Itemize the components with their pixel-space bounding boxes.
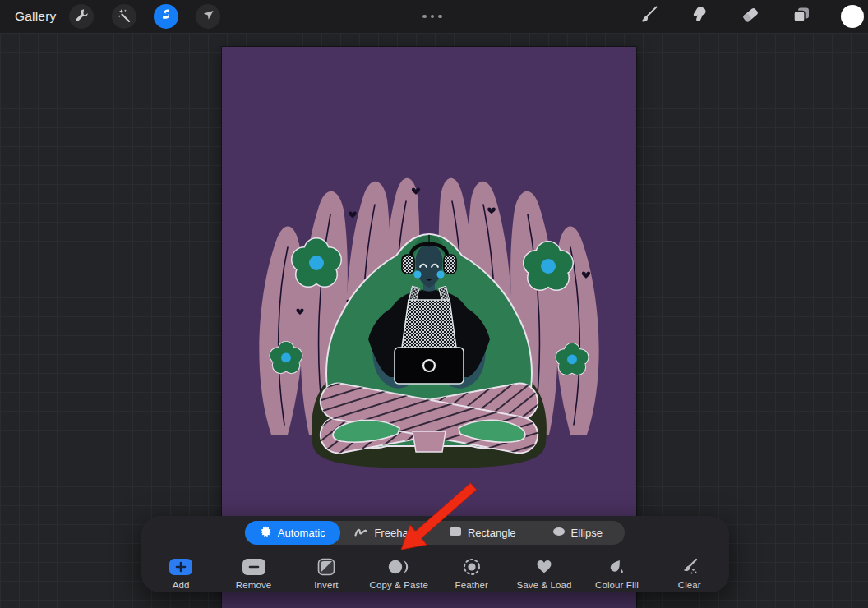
adjustments-button[interactable] bbox=[112, 4, 136, 29]
action-label: Invert bbox=[314, 580, 338, 590]
invert-square-icon bbox=[317, 557, 335, 576]
smudge-finger-icon bbox=[689, 4, 710, 29]
mode-freehand[interactable]: Freehand bbox=[340, 521, 436, 545]
transform-arrow-icon bbox=[201, 8, 215, 25]
mode-label: Ellipse bbox=[571, 527, 603, 539]
action-label: Feather bbox=[455, 580, 488, 590]
mode-label: Freehand bbox=[374, 527, 420, 539]
paint-brush-icon bbox=[638, 4, 659, 29]
action-save-load[interactable]: Save & Load bbox=[508, 552, 580, 590]
action-label: Clear bbox=[678, 580, 701, 590]
clear-brush-icon bbox=[679, 557, 700, 576]
erase-tool-button[interactable] bbox=[737, 3, 764, 30]
ellipse-icon bbox=[552, 527, 566, 539]
feather-dotted-circle-icon bbox=[462, 557, 482, 576]
selection-s-icon bbox=[159, 8, 173, 25]
selection-mode-segmented-control: Automatic Freehand Rectangle Ellipse bbox=[245, 521, 625, 545]
action-label: Copy & Paste bbox=[370, 580, 429, 590]
freehand-pen-icon bbox=[354, 526, 368, 540]
actions-wrench-icon bbox=[75, 8, 89, 25]
ellipsis-dots-icon bbox=[422, 15, 427, 19]
rectangle-icon bbox=[449, 527, 462, 539]
paint-tool-button[interactable] bbox=[635, 3, 662, 30]
selection-tool-button[interactable] bbox=[154, 4, 178, 29]
smudge-tool-button[interactable] bbox=[686, 3, 713, 30]
mode-ellipse[interactable]: Ellipse bbox=[530, 521, 626, 545]
copy-paste-moon-icon bbox=[386, 557, 411, 576]
layers-icon bbox=[791, 4, 812, 29]
action-clear[interactable]: Clear bbox=[653, 552, 726, 590]
color-swatch-circle bbox=[841, 5, 864, 28]
actions-button[interactable] bbox=[69, 4, 94, 29]
action-label: Remove bbox=[236, 580, 271, 590]
starburst-icon bbox=[260, 526, 272, 541]
adjustments-wand-icon bbox=[118, 8, 132, 25]
action-invert[interactable]: Invert bbox=[290, 552, 362, 590]
mode-label: Automatic bbox=[278, 527, 326, 539]
plus-icon bbox=[169, 557, 193, 576]
minus-icon bbox=[242, 557, 266, 576]
action-label: Colour Fill bbox=[595, 580, 639, 590]
heart-icon bbox=[534, 557, 554, 576]
erase-eraser-icon bbox=[740, 4, 761, 29]
mode-label: Rectangle bbox=[468, 527, 516, 539]
action-label: Save & Load bbox=[517, 580, 572, 590]
gallery-button[interactable]: Gallery bbox=[15, 9, 57, 24]
color-button[interactable] bbox=[839, 3, 866, 30]
action-remove[interactable]: Remove bbox=[217, 552, 289, 590]
mode-automatic[interactable]: Automatic bbox=[245, 521, 340, 545]
action-label: Add bbox=[173, 580, 190, 590]
action-add[interactable]: Add bbox=[145, 552, 217, 590]
more-options-button[interactable] bbox=[422, 0, 442, 33]
procreate-window: Gallery bbox=[0, 0, 868, 608]
selection-actions-row: Add Remove Invert Copy & Paste bbox=[141, 552, 729, 592]
headphone-earcup-right bbox=[444, 255, 456, 274]
mode-rectangle[interactable]: Rectangle bbox=[435, 521, 530, 545]
action-colour-fill[interactable]: Colour Fill bbox=[580, 552, 653, 590]
action-feather[interactable]: Feather bbox=[436, 552, 508, 590]
headphone-earcup-left bbox=[402, 255, 414, 274]
action-copy-paste[interactable]: Copy & Paste bbox=[362, 552, 435, 590]
transform-button[interactable] bbox=[196, 4, 220, 29]
selection-options-panel: Automatic Freehand Rectangle Ellipse bbox=[141, 516, 729, 592]
layers-button[interactable] bbox=[788, 3, 815, 30]
laptop bbox=[395, 348, 464, 384]
top-toolbar: Gallery bbox=[0, 0, 868, 33]
paint-drop-icon bbox=[607, 557, 626, 576]
